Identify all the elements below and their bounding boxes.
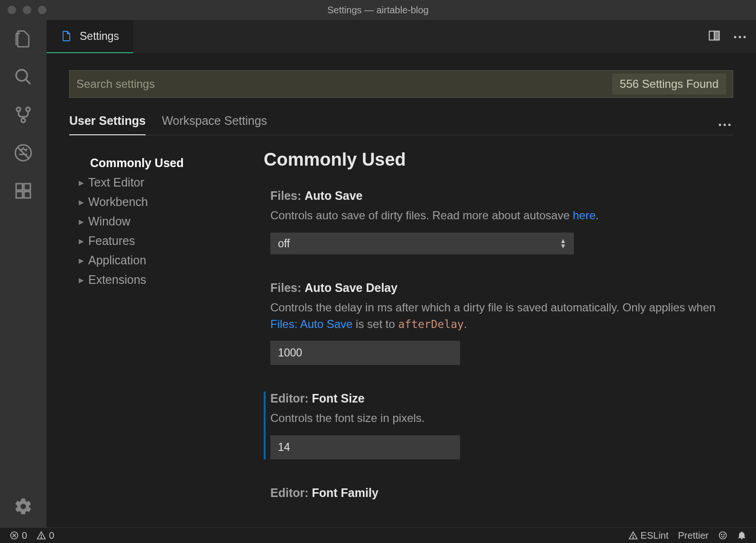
autosave-docs-link[interactable]: here — [573, 209, 596, 222]
settings-gear-icon[interactable] — [14, 497, 33, 516]
activity-bar — [0, 20, 46, 527]
status-bell-icon[interactable] — [737, 531, 747, 540]
toc-commonly-used[interactable]: Commonly Used — [79, 153, 249, 173]
minimize-window-button[interactable] — [23, 6, 31, 14]
maximize-window-button[interactable] — [38, 6, 46, 14]
svg-line-1 — [26, 79, 30, 84]
tab-label: Settings — [80, 30, 119, 43]
svg-rect-12 — [715, 31, 719, 39]
svg-point-27 — [721, 534, 722, 535]
setting-auto-save-delay: Files: Auto Save Delay Controls the dela… — [264, 281, 724, 365]
svg-rect-7 — [16, 192, 22, 198]
svg-point-18 — [728, 123, 731, 126]
status-errors[interactable]: 0 — [9, 530, 27, 541]
settings-search-box[interactable]: 556 Settings Found — [69, 70, 733, 98]
svg-rect-6 — [16, 184, 22, 190]
svg-rect-8 — [24, 192, 30, 198]
status-eslint[interactable]: ESLint — [628, 530, 669, 541]
chevron-right-icon: ▶ — [79, 276, 83, 284]
toc-window[interactable]: ▶Window — [79, 212, 249, 231]
setting-description: Controls the delay in ms after which a d… — [270, 300, 724, 333]
svg-rect-9 — [24, 184, 30, 190]
toc-features[interactable]: ▶Features — [79, 231, 249, 251]
toc-application[interactable]: ▶Application — [79, 251, 249, 270]
auto-save-select[interactable]: off — [270, 233, 574, 254]
close-window-button[interactable] — [8, 6, 16, 14]
chevron-right-icon: ▶ — [79, 179, 83, 187]
toc-workbench[interactable]: ▶Workbench — [79, 192, 249, 212]
tab-workspace-settings[interactable]: Workspace Settings — [162, 114, 267, 135]
setting-font-size: Editor: Font Size Controls the font size… — [264, 392, 724, 459]
setting-title: Files: Auto Save — [270, 189, 724, 203]
svg-point-16 — [719, 123, 721, 126]
status-bar: 0 0 ESLint Prettier — [0, 527, 756, 543]
auto-save-setting-link[interactable]: Files: Auto Save — [270, 318, 352, 330]
search-icon[interactable] — [14, 67, 33, 86]
explorer-icon[interactable] — [14, 29, 33, 48]
svg-point-17 — [724, 123, 726, 126]
settings-toc: Commonly Used ▶Text Editor ▶Workbench ▶W… — [69, 147, 249, 527]
status-warnings[interactable]: 0 — [37, 530, 54, 541]
status-feedback-icon[interactable] — [718, 531, 728, 540]
svg-point-23 — [41, 537, 42, 538]
svg-point-14 — [739, 36, 741, 38]
setting-title: Editor: Font Family — [270, 486, 724, 500]
setting-title: Editor: Font Size — [270, 392, 724, 405]
svg-point-4 — [21, 119, 25, 122]
editor-tabs-row: Settings — [46, 20, 756, 53]
chevron-right-icon: ▶ — [79, 218, 83, 225]
svg-point-13 — [734, 36, 737, 38]
debug-disabled-icon[interactable] — [14, 143, 33, 162]
titlebar: Settings — airtable-blog — [0, 0, 756, 20]
toc-text-editor[interactable]: ▶Text Editor — [79, 173, 249, 192]
chevron-right-icon: ▶ — [79, 257, 83, 264]
svg-point-0 — [16, 70, 27, 81]
svg-point-28 — [724, 534, 725, 535]
settings-count-badge: 556 Settings Found — [612, 74, 726, 94]
extensions-icon[interactable] — [14, 181, 33, 200]
svg-point-3 — [26, 107, 30, 111]
setting-font-family: Editor: Font Family — [264, 486, 724, 500]
settings-search-input[interactable] — [76, 77, 612, 91]
editor-more-icon[interactable] — [733, 32, 747, 42]
toc-extensions[interactable]: ▶Extensions — [79, 270, 249, 290]
settings-more-icon[interactable] — [718, 120, 731, 130]
window-title: Settings — airtable-blog — [327, 5, 428, 16]
section-heading: Commonly Used — [264, 150, 724, 170]
chevron-right-icon: ▶ — [79, 237, 83, 245]
setting-auto-save: Files: Auto Save Controls auto save of d… — [264, 189, 724, 254]
file-icon — [61, 30, 72, 42]
split-editor-icon[interactable] — [708, 29, 721, 45]
chevron-right-icon: ▶ — [79, 198, 83, 206]
setting-description: Controls the font size in pixels. — [270, 410, 724, 427]
svg-point-26 — [719, 532, 727, 539]
auto-save-delay-input[interactable] — [270, 341, 460, 365]
font-size-input[interactable] — [270, 435, 460, 459]
svg-point-15 — [744, 36, 746, 38]
tab-settings[interactable]: Settings — [46, 20, 133, 53]
svg-point-2 — [17, 107, 20, 111]
source-control-icon[interactable] — [14, 105, 33, 124]
tab-user-settings[interactable]: User Settings — [69, 114, 146, 135]
svg-point-25 — [633, 537, 634, 538]
status-prettier[interactable]: Prettier — [678, 530, 709, 541]
window-controls — [8, 6, 46, 14]
setting-title: Files: Auto Save Delay — [270, 281, 724, 295]
setting-description: Controls auto save of dirty files. Read … — [270, 207, 724, 224]
